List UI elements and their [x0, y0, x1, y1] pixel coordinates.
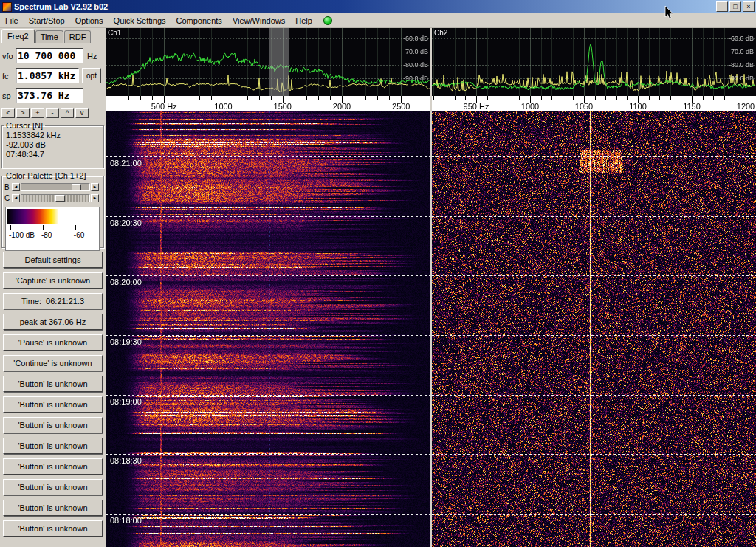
menu-item-help[interactable]: Help [290, 14, 317, 27]
sidebar-button-9[interactable]: 'Button' is unknown [3, 438, 103, 454]
tab-rdf[interactable]: RDF [64, 30, 92, 43]
app-window: Spectrum Lab V2.92 b02 _ □ × FileStart/S… [0, 0, 756, 547]
palette-preview: -100 dB-80-60 [5, 207, 100, 251]
sidebar-tabs: Freq2TimeRDF [1, 30, 92, 43]
palette-scale-label-1: -80 [41, 231, 52, 239]
waterfall-time-5: 08:18:30 [110, 456, 142, 465]
db-label-ch2-0: -60.0 dB [729, 35, 754, 42]
close-button[interactable]: × [743, 1, 755, 12]
db-label-ch1-0: -60.0 dB [403, 35, 428, 42]
sidebar-button-12[interactable]: 'Button' is unknown [3, 500, 103, 516]
time-display-button[interactable]: Time: 06:21:21.3 [3, 293, 103, 309]
capture-button[interactable]: 'Capture' is unknown [3, 272, 103, 289]
default-settings-button[interactable]: Default settings [3, 252, 103, 268]
cursor-readout-1: -92.003 dB [6, 140, 103, 150]
db-label-ch2-3: -90.0 dB [729, 75, 754, 82]
waterfall-time-6: 08:18:00 [110, 516, 142, 525]
titlebar[interactable]: Spectrum Lab V2.92 b02 _ □ × [0, 0, 756, 13]
spectrum-status-icon[interactable] [323, 16, 332, 25]
brightness-slider-thumb[interactable] [72, 184, 81, 190]
nav-button-down[interactable]: v [75, 108, 89, 118]
db-label-ch1-2: -80.0 dB [403, 61, 428, 69]
pause-button[interactable]: 'Pause' is unknown [3, 334, 103, 351]
sidebar-button-6[interactable]: 'Button' is unknown [3, 376, 103, 392]
palette-scale-tick-0 [10, 225, 11, 230]
ch1-waterfall[interactable]: 08:21:0008:20:3008:20:0008:19:3008:19:00… [106, 111, 430, 547]
ch2-frequency-scale[interactable]: 950 Hz10001050110011501200 [432, 96, 756, 111]
ch2-db-axis: -60.0 dB-70.0 dB-80.0 dB-90.0 dB [709, 28, 754, 96]
ch1-spectrum-display[interactable] [106, 28, 430, 96]
ch1-db-axis: -60.0 dB-70.0 dB-80.0 dB-90.0 dB [384, 28, 428, 96]
ch1-freq-tick-1500: 1500 [274, 102, 292, 111]
sidebar-button-13[interactable]: 'Button' is unknown [3, 520, 103, 537]
vfo-unit-label: Hz [87, 52, 97, 61]
menu-item-file[interactable]: File [0, 14, 24, 27]
waterfall-time-2: 08:20:00 [110, 278, 142, 286]
fc-options-button[interactable]: opt [82, 68, 101, 83]
nav-button-next[interactable]: > [16, 108, 30, 118]
contrast-slider-row: C ◄ ► [4, 193, 99, 203]
ch1-frequency-scale[interactable]: 500 Hz1000150020002500 [106, 96, 430, 111]
nav-button-prev[interactable]: < [1, 108, 15, 118]
spectrum-main-area: Ch1 -60.0 dB-70.0 dB-80.0 dB-90.0 dB Ch2… [106, 28, 756, 547]
menu-item-options[interactable]: Options [70, 14, 109, 27]
sidebar-button-11[interactable]: 'Button' is unknown [3, 479, 103, 495]
cursor-readouts: 1.1533842 kHz-92.003 dB07:48:34.7 [2, 130, 103, 159]
ch1-freq-tick-2000: 2000 [333, 102, 351, 111]
sidebar: Freq2TimeRDF vfo Hz fc opt sp <>+-^v Cur… [0, 28, 106, 547]
contrast-left-arrow-icon[interactable]: ◄ [12, 194, 20, 202]
palette-scale-tick-2 [75, 225, 76, 230]
continue-button[interactable]: 'Continue' is unknown [3, 355, 103, 371]
color-palette-title: Color Palette [Ch 1+2] [4, 171, 89, 180]
nav-button-zoom-out[interactable]: - [46, 108, 59, 118]
sp-input[interactable] [16, 88, 83, 103]
waterfall-left-marker [106, 111, 106, 547]
ch1-freq-tick-1000: 1000 [214, 102, 232, 111]
ch2-waterfall-display[interactable] [432, 111, 756, 547]
ch2-waterfall[interactable] [432, 111, 756, 547]
ch1-waterfall-display[interactable] [106, 111, 430, 547]
fc-input[interactable] [16, 68, 79, 83]
ch1-freq-tick-500: 500 Hz [151, 102, 177, 111]
cursor-readout-0: 1.1533842 kHz [6, 131, 103, 140]
ch2-label: Ch2 [434, 29, 447, 37]
ch1-spectrum-panel: Ch1 -60.0 dB-70.0 dB-80.0 dB-90.0 dB [106, 28, 430, 96]
mouse-cursor [664, 5, 674, 20]
ch2-spectrum-display[interactable] [432, 28, 756, 96]
brightness-right-arrow-icon[interactable]: ► [91, 183, 99, 191]
menu-item-quick-settings[interactable]: Quick Settings [109, 14, 171, 27]
minimize-button[interactable]: _ [716, 1, 728, 12]
contrast-right-arrow-icon[interactable]: ► [91, 194, 99, 202]
nav-button-zoom-in[interactable]: + [31, 108, 44, 118]
nav-button-up[interactable]: ^ [61, 108, 74, 118]
sidebar-button-10[interactable]: 'Button' is unknown [3, 458, 103, 475]
db-label-ch2-2: -80.0 dB [729, 61, 754, 69]
contrast-slider-thumb[interactable] [55, 195, 65, 202]
sidebar-button-8[interactable]: 'Button' is unknown [3, 417, 103, 433]
brightness-left-arrow-icon[interactable]: ◄ [12, 183, 20, 191]
menu-item-start-stop[interactable]: Start/Stop [24, 14, 70, 27]
palette-scale-label-2: -60 [74, 231, 84, 239]
ch2-freq-tick-1000: 1000 [521, 102, 539, 111]
peak-display-button[interactable]: peak at 367.06 Hz [3, 314, 103, 330]
vfo-label: vfo [2, 52, 13, 61]
brightness-slider[interactable] [21, 183, 90, 191]
restore-button[interactable]: □ [729, 1, 741, 12]
tab-time[interactable]: Time [35, 30, 63, 43]
waterfall-time-0: 08:21:00 [110, 159, 142, 168]
menu-item-view-windows[interactable]: View/Windows [227, 14, 290, 27]
ch1-freq-tick-2500: 2500 [392, 102, 410, 111]
cursor-readout-2: 07:48:34.7 [6, 150, 103, 159]
db-label-ch1-3: -90.0 dB [403, 75, 428, 82]
sidebar-buttons: Default settings'Capture' is unknownTime… [0, 28, 106, 547]
ch2-freq-tick-1150: 1150 [683, 102, 701, 111]
waterfall-time-1: 08:20:30 [110, 219, 142, 227]
sidebar-button-7[interactable]: 'Button' is unknown [3, 396, 103, 413]
vfo-input[interactable] [16, 48, 83, 63]
contrast-label: C [4, 194, 12, 202]
menu-item-components[interactable]: Components [171, 14, 227, 27]
menubar: FileStart/StopOptionsQuick SettingsCompo… [0, 13, 756, 28]
contrast-slider[interactable] [21, 194, 90, 202]
frequency-nav-buttons: <>+-^v [1, 108, 89, 118]
tab-freq2[interactable]: Freq2 [1, 29, 35, 43]
